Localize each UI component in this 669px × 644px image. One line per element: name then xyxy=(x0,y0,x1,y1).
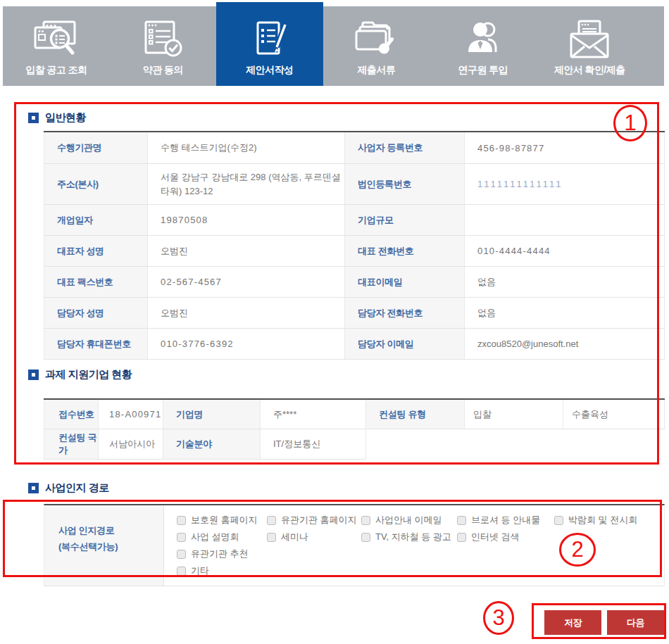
row-label: 기업규모 xyxy=(345,205,465,235)
row-value: 18-A00971 xyxy=(99,400,163,429)
confirm-submit-icon xyxy=(568,20,611,61)
row-label: 법인등록번호 xyxy=(345,164,465,204)
row-label: 대표자 성명 xyxy=(44,236,148,266)
checkbox-option: 인터넷 검색 xyxy=(457,531,520,543)
table-row: 담당자 성명 오범진 담당자 전화번호 없음 xyxy=(44,298,665,329)
tab-submit-docs[interactable]: 제출서류 xyxy=(323,6,430,86)
tab-terms-agree[interactable]: 약관 동의 xyxy=(110,6,217,86)
row-value: 오범진 xyxy=(148,298,345,328)
section-title-text: 과제 지원기업 현황 xyxy=(45,368,132,381)
checkbox[interactable] xyxy=(177,516,186,525)
tab-bid-search[interactable]: 입찰 공고 조회 xyxy=(3,6,110,86)
checkbox-label: 유관기관 추천 xyxy=(191,548,249,560)
project-support-table: 접수번호 18-A00971 기업명 주**** 컨설팅 유형 입찰 수출육성 … xyxy=(44,398,665,460)
table-row: 개업일자 19870508 기업규모 xyxy=(44,205,665,236)
checkbox-option: 유관기관 홈페이지 xyxy=(267,514,361,526)
checkbox-label: 사업 설명회 xyxy=(191,531,239,543)
section-bullet-icon xyxy=(28,370,39,380)
next-button[interactable]: 다음 xyxy=(607,610,664,635)
checkbox[interactable] xyxy=(554,516,563,525)
table-row: 수행기관명 수행 테스트기업(수정2) 사업자 등록번호 456-98-8787… xyxy=(44,132,665,164)
row-value: 없음 xyxy=(465,267,665,297)
tab-confirm-submit[interactable]: 제안서 확인/제출 xyxy=(537,6,644,86)
tab-researcher[interactable]: 연구원 투입 xyxy=(430,6,537,86)
recognition-path-table: 사업 인지경로 (복수선택가능) 보호원 홈페이지 유관기관 홈페이지 사업안내… xyxy=(44,504,665,586)
row-label: 기술분야 xyxy=(163,429,261,460)
checkbox-area: 보호원 홈페이지 유관기관 홈페이지 사업안내 이메일 브로셔 등 안내물 박람… xyxy=(164,505,664,586)
row-label: 대표이메일 xyxy=(345,267,465,297)
row-label: 컨설팅 유형 xyxy=(366,400,465,429)
row-value: IT/정보통신 xyxy=(261,429,366,460)
checkbox[interactable] xyxy=(177,550,186,559)
step-navbar: 입찰 공고 조회 약관 동의 xyxy=(3,6,664,86)
tab-label: 입찰 공고 조회 xyxy=(25,64,87,77)
row-value: 010-3776-6392 xyxy=(148,329,345,359)
checkbox[interactable] xyxy=(457,533,466,542)
row-value: 456-98-87877 xyxy=(465,132,665,163)
row-value: 02-567-4567 xyxy=(148,267,345,297)
row-label: 대표 팩스번호 xyxy=(44,267,148,297)
corporate-reg-number-input[interactable]: 1111111111111 xyxy=(465,164,665,204)
checkbox-row: 기타 xyxy=(177,562,664,579)
row-value: 입찰 xyxy=(465,400,563,429)
checkbox-label: 박람회 및 전시회 xyxy=(568,514,637,526)
general-section-title: 일반현황 xyxy=(28,110,86,125)
row-value: zxcou8520@junesoft.net xyxy=(465,329,665,359)
table-row: 대표 팩스번호 02-567-4567 대표이메일 없음 xyxy=(44,267,665,298)
recognition-label-line1: 사업 인지경로 xyxy=(58,522,163,538)
checkbox[interactable] xyxy=(361,516,370,525)
checkbox-option: 사업 설명회 xyxy=(177,531,267,543)
checkbox[interactable] xyxy=(177,567,186,576)
annotation-circle-3: 3 xyxy=(483,601,514,635)
tab-label: 제안서 확인/제출 xyxy=(554,64,625,77)
checkbox-row: 사업 설명회 세미나 TV, 지하철 등 광고 인터넷 검색 xyxy=(177,529,664,545)
row-label: 대표 전화번호 xyxy=(345,236,465,266)
save-button[interactable]: 저장 xyxy=(544,610,601,635)
empty-cell xyxy=(366,429,665,460)
section-title-text: 일반현황 xyxy=(45,111,86,125)
checkbox-label: 기타 xyxy=(191,564,209,577)
checkbox[interactable] xyxy=(177,533,186,542)
checkbox-option: 기타 xyxy=(177,564,209,577)
tab-write-proposal[interactable]: 제안서작성 xyxy=(216,2,323,86)
table-row: 대표자 성명 오범진 대표 전화번호 010-4444-4444 xyxy=(44,236,665,267)
checkbox[interactable] xyxy=(361,533,370,542)
checkbox-row: 보호원 홈페이지 유관기관 홈페이지 사업안내 이메일 브로셔 등 안내물 박람… xyxy=(177,512,664,529)
section-title-text: 사업인지 경로 xyxy=(45,481,109,495)
tab-label: 제안서작성 xyxy=(246,64,293,77)
checkbox-label: 브로셔 등 안내물 xyxy=(471,514,540,526)
row-label: 기업명 xyxy=(163,400,261,429)
row-value: 서울 강남구 강남대로 298 (역삼동, 푸르덴셜 타워) 123-12 xyxy=(148,164,345,204)
checkbox[interactable] xyxy=(267,516,276,525)
row-label: 담당자 전화번호 xyxy=(345,298,465,328)
row-label: 개업일자 xyxy=(44,205,148,235)
row-value: 없음 xyxy=(465,298,665,328)
row-value: 010-4444-4444 xyxy=(465,236,665,266)
tab-label: 약관 동의 xyxy=(143,64,183,77)
submit-docs-icon xyxy=(354,20,398,61)
checkbox[interactable] xyxy=(457,516,466,525)
checkbox[interactable] xyxy=(267,533,276,542)
table-row: 접수번호 18-A00971 기업명 주**** 컨설팅 유형 입찰 수출육성 xyxy=(44,400,665,429)
row-label: 주소(본사) xyxy=(44,164,148,204)
proposal-form-page: 입찰 공고 조회 약관 동의 xyxy=(0,0,669,644)
recognition-label: 사업 인지경로 (복수선택가능) xyxy=(44,505,164,586)
row-label: 접수번호 xyxy=(44,400,99,429)
row-value: 수출육성 xyxy=(563,400,665,429)
row-value: 주**** xyxy=(261,400,366,429)
checkbox-option: 브로셔 등 안내물 xyxy=(457,514,554,526)
row-value: 서남아시아 xyxy=(99,429,163,460)
terms-agree-icon xyxy=(142,20,184,61)
row-label: 담당자 성명 xyxy=(44,298,148,328)
section-bullet-icon xyxy=(28,483,39,493)
checkbox-option: 보호원 홈페이지 xyxy=(177,514,267,526)
tab-label: 제출서류 xyxy=(357,64,395,77)
bid-search-icon xyxy=(33,20,80,61)
section-bullet-icon xyxy=(28,113,39,123)
row-value: 오범진 xyxy=(148,236,345,266)
recognition-label-line2: (복수선택가능) xyxy=(58,538,163,555)
tab-label: 연구원 투입 xyxy=(458,64,508,77)
project-section-title: 과제 지원기업 현황 xyxy=(28,367,132,382)
checkbox-label: 세미나 xyxy=(281,531,308,543)
checkbox-label: TV, 지하철 등 광고 xyxy=(375,531,451,543)
